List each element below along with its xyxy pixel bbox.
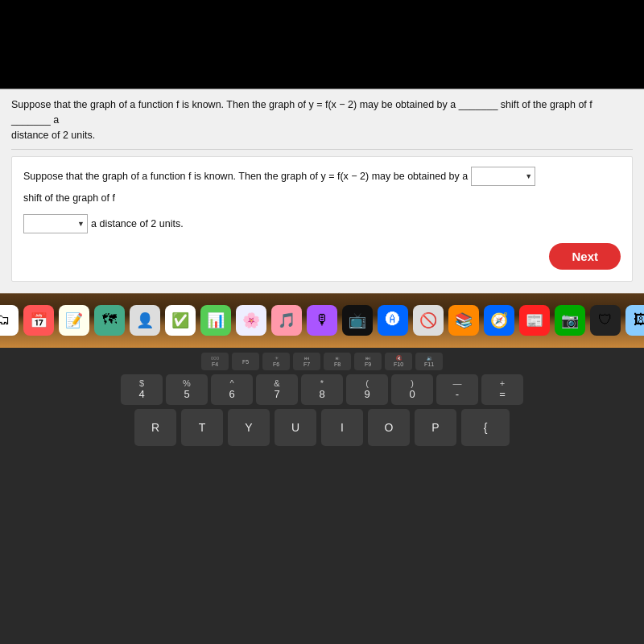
key-8[interactable]: * 8 — [301, 374, 343, 405]
dock-icon-appstore[interactable]: 🅐 — [378, 305, 408, 336]
question-part3-text: a distance of 2 units. — [91, 215, 184, 233]
question-interactive-line2: horizontal vertical a distance of 2 unit… — [23, 214, 621, 233]
interactive-section: Suppose that the graph of a function f i… — [11, 156, 633, 282]
dock-icon-calendar[interactable]: 📅 — [23, 305, 54, 336]
static-question-line2: distance of 2 units. — [11, 130, 95, 141]
letter-key-row: R T Y U I O P { — [8, 409, 636, 446]
dock-icon-facetime[interactable]: 📷 — [555, 305, 585, 336]
key-f7[interactable]: ⏮ F7 — [293, 353, 320, 370]
dock-icon-safari[interactable]: 🧭 — [484, 305, 514, 336]
dock-icon-notes[interactable]: 📝 — [59, 305, 89, 336]
key-r[interactable]: R — [134, 409, 176, 446]
key-bracket[interactable]: { — [461, 409, 510, 446]
key-5[interactable]: % 5 — [166, 374, 208, 405]
dock-icon-numbers[interactable]: 📊 — [200, 305, 231, 336]
dock-icon-maps[interactable]: 🗺 — [94, 305, 125, 336]
key-7[interactable]: & 7 — [256, 374, 298, 405]
dock: 🗂 📅 📝 🗺 👤 ✅ 📊 🌸 🎵 🎙 📺 🅐 🚫 📚 🧭 📰 📷 🛡 🖼 — [0, 293, 644, 348]
dock-icon-books[interactable]: 📚 — [448, 305, 479, 336]
key-minus[interactable]: — - — [436, 374, 478, 405]
shift-direction-dropdown[interactable]: horizontal vertical — [471, 167, 535, 186]
key-f3[interactable]: 000 F4 — [201, 353, 229, 370]
dock-icon-contacts[interactable]: 👤 — [130, 305, 160, 336]
question-part1-text: Suppose that the graph of a function f i… — [23, 167, 468, 186]
key-u[interactable]: U — [275, 409, 316, 446]
dock-icon-appletv[interactable]: 📺 — [342, 305, 373, 336]
key-0[interactable]: ) 0 — [391, 374, 433, 405]
key-f6[interactable]: ☀ F6 — [262, 353, 290, 370]
dropdown1-wrapper[interactable]: horizontal vertical — [471, 167, 535, 186]
dropdown2-wrapper[interactable]: horizontal vertical — [23, 214, 88, 233]
dock-icon-podcasts[interactable]: 🎙 — [307, 305, 337, 336]
key-equals[interactable]: + = — [481, 374, 523, 405]
key-f9[interactable]: ⏭ F9 — [354, 353, 382, 370]
key-i[interactable]: I — [321, 409, 363, 446]
question-part2-text: shift of the graph of f — [23, 189, 115, 208]
key-y[interactable]: Y — [228, 409, 270, 446]
key-f11[interactable]: 🔉 F11 — [415, 353, 443, 370]
key-6[interactable]: ^ 6 — [211, 374, 253, 405]
divider — [11, 149, 633, 150]
question-interactive-line1: Suppose that the graph of a function f i… — [23, 167, 621, 208]
dock-icon-music[interactable]: 🎵 — [271, 305, 302, 336]
key-4[interactable]: $ 4 — [121, 374, 163, 405]
dock-icon-news[interactable]: 📰 — [519, 305, 550, 336]
dock-icon-security[interactable]: 🛡 — [590, 305, 621, 336]
dock-icon-finder[interactable]: 🗂 — [0, 305, 19, 336]
key-o[interactable]: O — [368, 409, 410, 446]
next-button[interactable]: Next — [549, 243, 621, 270]
dock-icon-noreq[interactable]: 🚫 — [413, 305, 444, 336]
static-question-text: Suppose that the graph of a function f i… — [11, 97, 633, 142]
key-f8[interactable]: ⏯ F8 — [324, 353, 351, 370]
dock-icon-viewer[interactable]: 🖼 — [625, 305, 644, 336]
static-question-line1: Suppose that the graph of a function f i… — [11, 99, 592, 126]
key-f5[interactable]: F5 — [232, 353, 259, 370]
number-key-row: $ 4 % 5 ^ 6 & 7 * 8 ( 9 — [8, 374, 636, 405]
key-p[interactable]: P — [415, 409, 456, 446]
dock-icon-photos[interactable]: 🌸 — [236, 305, 266, 336]
distance-direction-dropdown[interactable]: horizontal vertical — [23, 214, 88, 233]
top-black-area — [0, 0, 644, 89]
key-t[interactable]: T — [181, 409, 223, 446]
key-f10[interactable]: 🔇 F10 — [385, 353, 412, 370]
fn-key-row: 000 F4 F5 ☀ F6 ⏮ F7 ⏯ F8 ⏭ F9 — [8, 353, 636, 370]
next-button-row: Next — [23, 243, 621, 270]
keyboard-area: 000 F4 F5 ☀ F6 ⏮ F7 ⏯ F8 ⏭ F9 — [0, 348, 644, 644]
dock-icon-reminders[interactable]: ✅ — [165, 305, 196, 336]
key-9[interactable]: ( 9 — [346, 374, 388, 405]
screen-content: Suppose that the graph of a function f i… — [0, 89, 644, 293]
